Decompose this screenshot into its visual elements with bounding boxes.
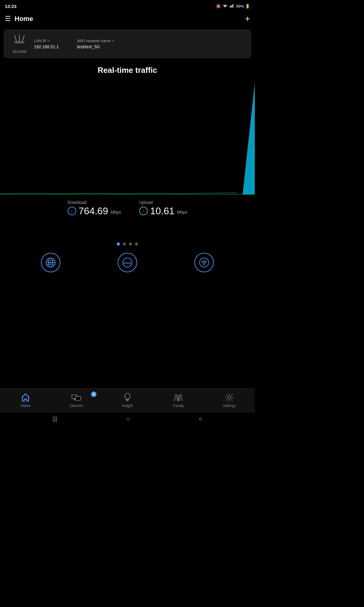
upload-value-row: ↑ 10.61 Mbps bbox=[139, 206, 187, 216]
insight-label: Insight bbox=[122, 404, 133, 408]
nav-item-settings[interactable]: Settings bbox=[204, 393, 255, 408]
upload-unit: Mbps bbox=[177, 210, 187, 215]
lan-info: LAN IP » 192.168.51.1 bbox=[34, 39, 59, 49]
lan-ip: 192.168.51.1 bbox=[34, 44, 59, 49]
family-label: Family bbox=[173, 404, 184, 408]
nav-item-family[interactable]: Family bbox=[153, 393, 204, 408]
top-nav: ☰ Home + bbox=[0, 11, 255, 27]
devices-badge: 2 bbox=[91, 392, 96, 397]
traffic-title: Real-time traffic bbox=[5, 66, 250, 75]
devices-label: Devices bbox=[70, 404, 83, 408]
download-unit: Mbps bbox=[111, 210, 121, 215]
svg-rect-2 bbox=[232, 5, 232, 7]
status-time: 13:23 bbox=[5, 4, 16, 9]
mute-icon: 🔇 bbox=[216, 4, 221, 8]
insight-icon bbox=[123, 393, 132, 402]
lan-chevron: » bbox=[48, 39, 50, 43]
wifi-chevron: » bbox=[112, 39, 114, 43]
dots-indicator bbox=[0, 236, 255, 250]
wifi-label: WiFi network name » bbox=[77, 39, 114, 43]
traffic-chart bbox=[0, 80, 255, 195]
svg-rect-3 bbox=[233, 4, 234, 7]
router-model: 4G-AX56 bbox=[12, 50, 26, 53]
dot-1 bbox=[117, 242, 120, 246]
wifi-name: test/test_5G bbox=[77, 44, 114, 49]
wifi-quick-button[interactable] bbox=[194, 253, 214, 272]
upload-stat: Upload ↑ 10.61 Mbps bbox=[139, 200, 187, 216]
nav-item-devices[interactable]: 2 Devices bbox=[51, 393, 102, 408]
download-value-row: ↓ 764.69 Mbps bbox=[68, 206, 121, 216]
back-button[interactable]: < bbox=[199, 415, 202, 422]
upload-number: 10.61 bbox=[150, 206, 174, 216]
speed-stats: Download ↓ 764.69 Mbps Upload ↑ 10.61 Mb… bbox=[0, 195, 255, 218]
svg-point-34 bbox=[228, 396, 231, 399]
traffic-section: Real-time traffic bbox=[0, 61, 255, 77]
svg-rect-1 bbox=[231, 5, 231, 7]
svg-point-10 bbox=[19, 42, 20, 43]
home-label: Home bbox=[21, 404, 30, 408]
battery-icon: 99% 🔋 bbox=[236, 4, 250, 8]
svg-point-24 bbox=[204, 264, 205, 265]
svg-text:ASUS: ASUS bbox=[123, 262, 131, 265]
settings-label: Settings bbox=[223, 404, 236, 408]
svg-point-33 bbox=[177, 396, 179, 397]
dot-3 bbox=[129, 242, 132, 246]
nav-item-home[interactable]: Home bbox=[0, 393, 51, 408]
quick-icons: WWW ASUS bbox=[0, 250, 255, 277]
home-icon bbox=[21, 393, 30, 402]
family-icon bbox=[174, 393, 183, 402]
svg-point-8 bbox=[16, 42, 17, 43]
svg-rect-11 bbox=[0, 80, 255, 195]
home-button[interactable]: ○ bbox=[126, 415, 130, 422]
recent-apps-button[interactable]: ||| bbox=[52, 415, 57, 422]
wifi-icon bbox=[223, 4, 228, 9]
status-icons: 🔇 99% 🔋 bbox=[216, 4, 250, 9]
svg-text:WWW: WWW bbox=[48, 262, 54, 264]
svg-point-9 bbox=[18, 42, 19, 43]
devices-icon bbox=[72, 393, 81, 402]
svg-point-31 bbox=[175, 395, 177, 397]
add-button[interactable]: + bbox=[245, 14, 250, 24]
settings-icon bbox=[224, 393, 234, 402]
svg-rect-0 bbox=[230, 6, 231, 7]
nav-item-insight[interactable]: Insight bbox=[102, 393, 153, 408]
system-nav: ||| ○ < bbox=[0, 413, 255, 425]
www-button[interactable]: WWW bbox=[41, 253, 60, 272]
lan-label: LAN IP » bbox=[34, 39, 59, 43]
svg-line-5 bbox=[15, 35, 16, 41]
wifi-info: WiFi network name » test/test_5G bbox=[77, 39, 114, 49]
download-stat: Download ↓ 764.69 Mbps bbox=[68, 200, 121, 216]
router-image: 4G-AX56 bbox=[10, 34, 29, 53]
download-label: Download bbox=[68, 200, 86, 205]
download-icon: ↓ bbox=[68, 207, 76, 215]
bottom-nav: Home 2 Devices Insight bbox=[0, 388, 255, 413]
upload-icon: ↑ bbox=[139, 207, 148, 215]
hamburger-menu-icon[interactable]: ☰ bbox=[5, 15, 11, 23]
nav-title: Home bbox=[15, 15, 245, 23]
dot-2 bbox=[123, 242, 126, 246]
svg-line-7 bbox=[22, 35, 24, 41]
svg-rect-26 bbox=[75, 396, 81, 400]
asus-button[interactable]: ASUS bbox=[118, 253, 137, 272]
status-bar: 13:23 🔇 99% 🔋 bbox=[0, 0, 255, 11]
router-info: LAN IP » 192.168.51.1 WiFi network name … bbox=[34, 39, 245, 49]
router-card: 4G-AX56 LAN IP » 192.168.51.1 WiFi netwo… bbox=[4, 29, 251, 58]
download-number: 764.69 bbox=[79, 206, 108, 216]
signal-icon bbox=[229, 4, 234, 9]
upload-label: Upload bbox=[139, 200, 153, 205]
svg-point-32 bbox=[180, 395, 182, 397]
dot-4 bbox=[135, 242, 138, 246]
